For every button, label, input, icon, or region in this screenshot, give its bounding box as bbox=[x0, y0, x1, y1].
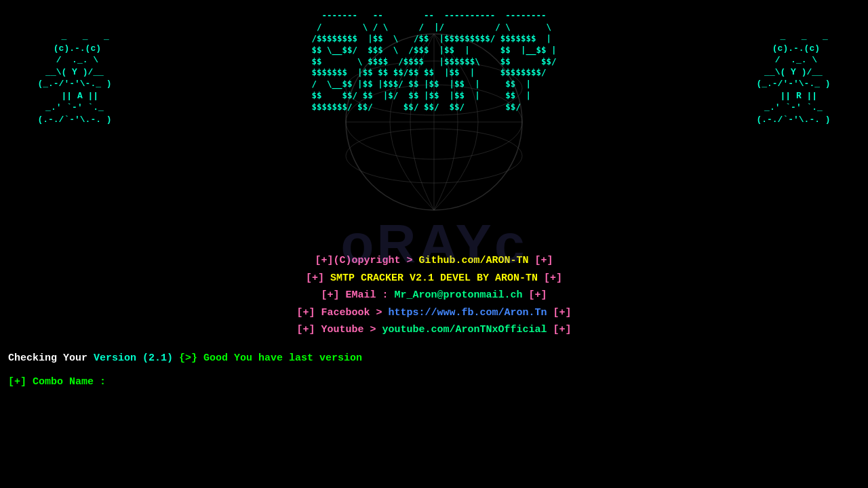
info-section: [+](C)opyright > Github.com/ARON-TN [+] … bbox=[0, 252, 868, 339]
ascii-left-decoration: _ _ _ (c).-.(c) / ._. \ __\( Y )/__ (_.-… bbox=[0, 7, 149, 150]
ascii-art-section: _ _ _ (c).-.(c) / ._. \ __\( Y )/__ (_.-… bbox=[0, 7, 868, 251]
youtube-line: [+] Youtube > youtube.com/AronTNxOfficia… bbox=[0, 321, 868, 339]
copyright-line: [+](C)opyright > Github.com/ARON-TN [+] bbox=[0, 252, 868, 270]
svg-point-3 bbox=[346, 129, 522, 183]
status-line: Checking Your Version (2.1) {>} Good You… bbox=[0, 352, 868, 364]
prompt-line: [+] Combo Name : bbox=[0, 376, 868, 388]
email-line: [+] EMail : Mr_Aron@protonmail.ch [+] bbox=[0, 287, 868, 304]
facebook-line: [+] Facebook > https://www.fb.com/Aron.T… bbox=[0, 304, 868, 322]
ascii-right-decoration: _ _ _ (c).-.(c) / ._. \ __\( Y )/__ (_.-… bbox=[719, 7, 868, 150]
smtp-line: [+] SMTP CRACKER V2.1 DEVEL BY ARON-TN [… bbox=[0, 270, 868, 287]
terminal-window: oRAYc _ _ _ (c).-.(c) / ._. \ __\( Y )/_… bbox=[0, 0, 868, 488]
